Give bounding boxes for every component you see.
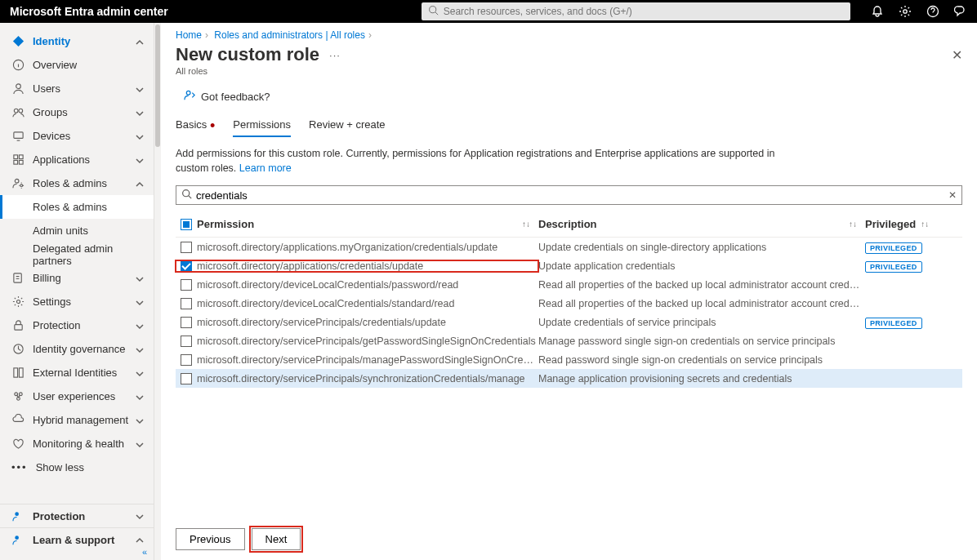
- svg-rect-15: [13, 273, 20, 282]
- svg-rect-12: [19, 160, 23, 164]
- breadcrumb-home[interactable]: Home: [176, 29, 202, 41]
- col-description[interactable]: Description: [538, 218, 597, 230]
- feedback-link[interactable]: Got feedback?: [184, 89, 962, 104]
- svg-point-14: [20, 184, 22, 187]
- dots-icon: •••: [0, 461, 28, 474]
- global-search[interactable]: [422, 2, 850, 20]
- nav-show-less[interactable]: •••Show less: [0, 456, 154, 479]
- row-privileged: PRIVILEGED: [865, 260, 937, 272]
- help-icon[interactable]: [926, 5, 939, 18]
- table-row[interactable]: microsoft.directory/servicePrincipals/ge…: [176, 331, 962, 350]
- nav-groups[interactable]: Groups: [0, 100, 154, 124]
- col-privileged[interactable]: Privileged: [865, 218, 916, 230]
- nav-learn[interactable]: Learn & support: [0, 527, 154, 551]
- svg-rect-10: [19, 155, 23, 159]
- nav-delegated[interactable]: Delegated admin partners: [0, 242, 154, 266]
- row-checkbox[interactable]: [181, 279, 192, 291]
- next-button[interactable]: Next: [252, 528, 301, 550]
- gear-icon[interactable]: [899, 5, 912, 18]
- table-row[interactable]: microsoft.directory/deviceLocalCredentia…: [176, 294, 962, 313]
- row-checkbox[interactable]: [181, 317, 192, 328]
- svg-rect-17: [14, 325, 21, 331]
- userexp-icon: [11, 390, 25, 403]
- page-subtitle: All roles: [176, 66, 962, 76]
- row-checkbox[interactable]: [181, 354, 192, 366]
- breadcrumb: Home› Roles and administrators | All rol…: [176, 29, 962, 41]
- table-row[interactable]: microsoft.directory/applications/credent…: [176, 256, 962, 275]
- row-checkbox[interactable]: [181, 260, 192, 272]
- svg-rect-19: [13, 368, 17, 377]
- table-row[interactable]: microsoft.directory/applications.myOrgan…: [176, 238, 962, 256]
- device-icon: [11, 130, 25, 143]
- brand: Microsoft Entra admin center: [10, 5, 168, 18]
- permission-search-input[interactable]: [196, 189, 948, 202]
- table-row[interactable]: microsoft.directory/deviceLocalCredentia…: [176, 275, 962, 294]
- nav-user-exp[interactable]: User experiences: [0, 384, 154, 408]
- nav-applications[interactable]: Applications: [0, 148, 154, 171]
- feedback-icon[interactable]: [954, 5, 967, 18]
- row-checkbox[interactable]: [181, 298, 192, 309]
- row-description: Update credentials of service principals: [538, 317, 865, 328]
- table-row[interactable]: microsoft.directory/servicePrincipals/sy…: [176, 369, 962, 388]
- row-checkbox[interactable]: [181, 373, 192, 384]
- nav-identity-gov[interactable]: Identity governance: [0, 337, 154, 361]
- learn-more-link[interactable]: Learn more: [239, 162, 292, 174]
- nav-scrollbar[interactable]: [154, 23, 161, 560]
- svg-point-25: [15, 536, 19, 540]
- chevron-down-icon: [136, 368, 145, 378]
- row-checkbox[interactable]: [181, 336, 192, 347]
- tab-permissions[interactable]: Permissions: [233, 115, 291, 137]
- nav-devices[interactable]: Devices: [0, 124, 154, 148]
- row-checkbox[interactable]: [181, 242, 192, 253]
- nav-external[interactable]: External Identities: [0, 361, 154, 384]
- sort-icon[interactable]: ↑↓: [921, 220, 929, 229]
- row-permission: microsoft.directory/deviceLocalCredentia…: [197, 279, 538, 291]
- svg-point-16: [16, 300, 20, 303]
- nav-roles-admins[interactable]: Roles & admins: [0, 171, 154, 195]
- col-permission[interactable]: Permission: [197, 218, 254, 230]
- nav-collapse[interactable]: «: [142, 547, 147, 557]
- more-actions[interactable]: ···: [329, 49, 341, 61]
- close-icon[interactable]: ✕: [952, 47, 962, 63]
- nav-admin-units[interactable]: Admin units: [0, 219, 154, 242]
- chevron-up-icon: [136, 37, 145, 47]
- tab-basics[interactable]: Basics •: [176, 115, 215, 137]
- bell-icon[interactable]: [871, 5, 884, 18]
- row-permission: microsoft.directory/servicePrincipals/sy…: [197, 373, 538, 384]
- table-row[interactable]: microsoft.directory/servicePrincipals/ma…: [176, 350, 962, 369]
- nav-billing[interactable]: Billing: [0, 266, 154, 290]
- nav-overview[interactable]: Overview: [0, 53, 154, 77]
- nav-settings[interactable]: Settings: [0, 290, 154, 313]
- chevron-down-icon: [136, 273, 145, 283]
- chevron-down-icon: [136, 321, 145, 331]
- clear-icon[interactable]: ✕: [948, 189, 957, 201]
- sort-icon[interactable]: ↑↓: [849, 220, 857, 229]
- nav-identity[interactable]: Identity: [0, 29, 154, 53]
- row-permission: microsoft.directory/servicePrincipals/cr…: [197, 317, 538, 328]
- nav-protection-section[interactable]: Protection: [0, 504, 154, 527]
- table-row[interactable]: microsoft.directory/servicePrincipals/cr…: [176, 313, 962, 331]
- tab-review[interactable]: Review + create: [309, 115, 386, 137]
- chevron-down-icon: [136, 511, 145, 521]
- chevron-down-icon: [136, 131, 145, 141]
- svg-point-0: [429, 7, 435, 13]
- global-search-input[interactable]: [444, 6, 844, 17]
- chevron-up-icon: [136, 179, 145, 189]
- select-all-checkbox[interactable]: [181, 219, 192, 230]
- grid-header: Permission↑↓ Description↑↓ Privileged↑↓: [176, 211, 962, 238]
- info-icon: [11, 59, 25, 72]
- nav-roles-admins-sub[interactable]: Roles & admins: [0, 195, 154, 219]
- nav-monitoring[interactable]: Monitoring & health: [0, 432, 154, 456]
- nav-users[interactable]: Users: [0, 77, 154, 100]
- sort-icon[interactable]: ↑↓: [522, 220, 530, 229]
- chevron-up-icon: [136, 535, 145, 544]
- nav-protection[interactable]: Protection: [0, 313, 154, 337]
- nav-hybrid[interactable]: Hybrid management: [0, 408, 154, 432]
- row-permission: microsoft.directory/applications/credent…: [197, 260, 538, 272]
- svg-rect-8: [13, 132, 22, 139]
- previous-button[interactable]: Previous: [176, 528, 245, 550]
- svg-line-28: [189, 196, 191, 198]
- breadcrumb-mid[interactable]: Roles and administrators | All roles: [214, 29, 365, 41]
- row-permission: microsoft.directory/applications.myOrgan…: [197, 242, 538, 253]
- permission-search[interactable]: ✕: [176, 185, 962, 205]
